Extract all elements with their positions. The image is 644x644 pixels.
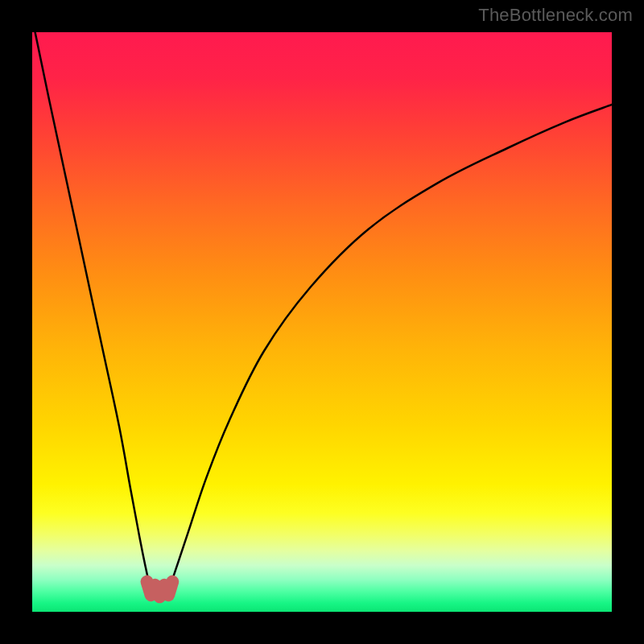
- left-branch-line: [35, 32, 155, 596]
- plot-area: [32, 32, 612, 612]
- watermark-text: TheBottleneck.com: [478, 5, 633, 26]
- bottom-nodule-line: [147, 582, 173, 597]
- curves-layer: [32, 32, 612, 612]
- chart-frame: TheBottleneck.com: [0, 0, 644, 644]
- right-branch-line: [166, 105, 612, 596]
